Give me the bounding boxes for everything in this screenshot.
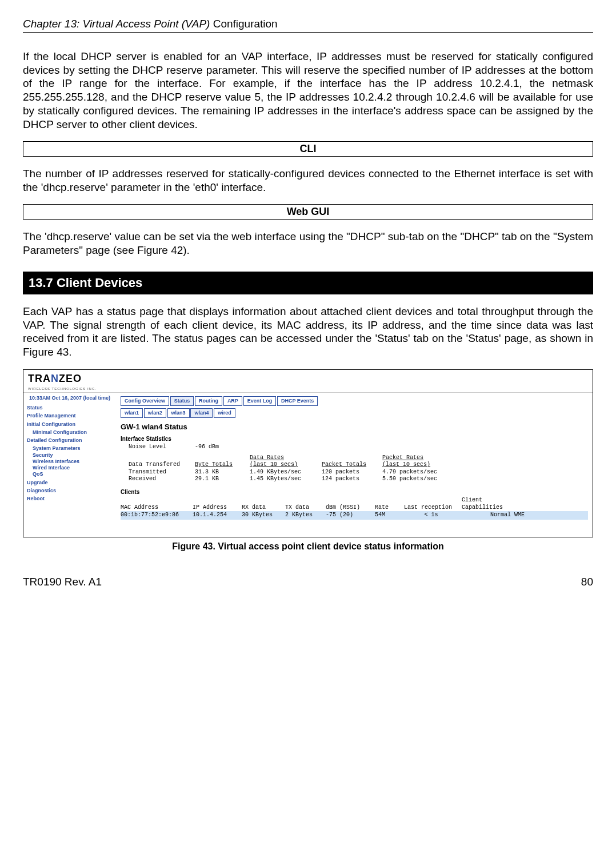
nav-profile[interactable]: Profile Management	[27, 413, 113, 419]
paragraph-4: Each VAP has a status page that displays…	[23, 305, 593, 359]
status-title: GW-1 wlan4 Status	[121, 422, 588, 432]
tx-bytes: 31.3 KB	[195, 469, 246, 476]
rx-bytes: 29.1 KB	[195, 476, 246, 483]
client-rx: 30 KBytes	[242, 512, 282, 519]
client-caps: Normal WME	[462, 512, 525, 519]
chapter-label: Chapter 13: Virtual Access Point (VAP)	[23, 18, 213, 30]
client-dbm: -75 (20)	[326, 512, 371, 519]
dt-label: Data Transfered	[129, 461, 191, 469]
nav-initial[interactable]: Initial Configuration	[27, 421, 113, 428]
data-transfer-headers: Data Transfered Byte Totals Data Rates(l…	[129, 455, 588, 469]
sidebar: 10:33AM Oct 16, 2007 (local time) Status…	[23, 393, 116, 537]
nav-security[interactable]: Security	[33, 452, 113, 459]
col-lastrx: Last reception	[404, 504, 458, 512]
clock-display: 10:33AM Oct 16, 2007 (local time)	[27, 395, 113, 401]
tab-dhcpevents[interactable]: DHCP Events	[277, 396, 318, 406]
embedded-screenshot: TRANZEO WIRELESS TECHNOLOGIES INC. 10:33…	[23, 369, 593, 537]
nav-qos[interactable]: QoS	[33, 471, 113, 477]
nav-reboot[interactable]: Reboot	[27, 496, 113, 502]
tab-wlan3[interactable]: wlan3	[167, 408, 190, 418]
logo-pre: TRA	[28, 373, 51, 384]
rx-row: Received 29.1 KB 1.45 KBytes/sec 124 pac…	[129, 476, 588, 483]
nav-status[interactable]: Status	[27, 405, 113, 411]
tab-wired[interactable]: wired	[214, 408, 235, 418]
nav-detailed[interactable]: Detailed Configuration	[27, 437, 113, 444]
col-prates: Packet Rates	[382, 455, 423, 462]
client-tx: 2 KBytes	[285, 512, 322, 519]
nav-upgrade[interactable]: Upgrade	[27, 480, 113, 486]
nav-wired[interactable]: Wired Interface	[33, 465, 113, 471]
tx-prate: 4.79 packets/sec	[382, 469, 451, 476]
paragraph-1: If the local DHCP server is enabled for …	[23, 50, 593, 131]
col-bytes: Byte Totals	[195, 461, 246, 469]
logo-accent: N	[51, 373, 59, 384]
col-drates-sub: (last 10 secs)	[250, 461, 298, 469]
cli-heading-box: CLI	[23, 141, 593, 157]
client-data-row[interactable]: 00:1b:77:52:e9:86 10.1.4.254 30 KBytes 2…	[121, 511, 588, 520]
col-drates: Data Rates	[250, 455, 284, 462]
client-rate: 54M	[375, 512, 401, 519]
figure-caption: Figure 43. Virtual access point client d…	[23, 541, 593, 552]
webgui-heading-box: Web GUI	[23, 204, 593, 220]
col-pkts: Packet Totals	[322, 461, 379, 469]
rx-drate: 1.45 KBytes/sec	[250, 476, 318, 483]
interface-stats-label: Interface Statistics	[121, 436, 588, 443]
tab-config-overview[interactable]: Config Overview	[121, 396, 169, 406]
logo-text: TRANZEO	[28, 373, 82, 384]
nav-wireless[interactable]: Wireless Interfaces	[33, 459, 113, 465]
col-prates-sub: (last 10 secs)	[382, 461, 430, 469]
tab-eventlog[interactable]: Event Log	[243, 396, 277, 406]
logo-subtitle: WIRELESS TECHNOLOGIES INC.	[28, 387, 97, 390]
sub-tabs: wlan1 wlan2 wlan3 wlan4 wired	[121, 408, 588, 418]
tab-arp[interactable]: ARP	[223, 396, 242, 406]
nav-diagnostics[interactable]: Diagnostics	[27, 488, 113, 494]
noise-row: Noise Level -96 dBm	[129, 444, 588, 451]
tab-wlan4[interactable]: wlan4	[190, 408, 213, 418]
tab-routing[interactable]: Routing	[195, 396, 222, 406]
noise-value: -96 dBm	[195, 444, 219, 450]
col-caps: Client Capabilities	[462, 497, 525, 511]
client-ip: 10.1.4.254	[193, 512, 238, 519]
rx-label: Received	[129, 476, 191, 483]
col-tx: TX data	[285, 504, 322, 512]
tab-wlan2[interactable]: wlan2	[144, 408, 166, 418]
noise-label: Noise Level	[129, 444, 191, 451]
client-lastrx: < 1s	[404, 512, 458, 519]
tx-drate: 1.49 KBytes/sec	[250, 469, 318, 476]
col-rate: Rate	[375, 504, 401, 512]
paragraph-3: The 'dhcp.reserve' value can be set via …	[23, 230, 593, 257]
section-heading: 13.7 Client Devices	[23, 272, 593, 294]
col-ip: IP Address	[193, 504, 238, 512]
logo-area: TRANZEO WIRELESS TECHNOLOGIES INC.	[23, 370, 593, 392]
chapter-tail: Configuration	[213, 18, 278, 30]
page-header: Chapter 13: Virtual Access Point (VAP) C…	[23, 17, 593, 33]
client-header-row: MAC Address IP Address RX data TX data d…	[121, 497, 588, 511]
col-dbm: dBm (RSSI)	[326, 504, 371, 512]
nav-minimal[interactable]: Minimal Configuration	[33, 429, 113, 436]
logo-post: ZEO	[59, 373, 82, 384]
rx-prate: 5.59 packets/sec	[382, 476, 451, 483]
page-footer: TR0190 Rev. A1 80	[23, 575, 593, 589]
paragraph-2: The number of IP addresses reserved for …	[23, 167, 593, 194]
tx-label: Transmitted	[129, 469, 191, 476]
tab-wlan1[interactable]: wlan1	[121, 408, 143, 418]
tab-status[interactable]: Status	[170, 396, 194, 406]
tx-row: Transmitted 31.3 KB 1.49 KBytes/sec 120 …	[129, 469, 588, 476]
rx-pkts: 124 packets	[322, 476, 379, 483]
client-mac: 00:1b:77:52:e9:86	[121, 512, 189, 519]
main-panel: Config Overview Status Routing ARP Event…	[116, 393, 593, 537]
footer-left: TR0190 Rev. A1	[23, 575, 102, 589]
footer-right: 80	[581, 575, 593, 589]
col-rx: RX data	[242, 504, 282, 512]
clients-label: Clients	[121, 489, 588, 496]
top-tabs: Config Overview Status Routing ARP Event…	[121, 396, 588, 406]
nav-sysparams[interactable]: System Parameters	[33, 445, 113, 452]
tx-pkts: 120 packets	[322, 469, 379, 476]
col-mac: MAC Address	[121, 504, 189, 512]
